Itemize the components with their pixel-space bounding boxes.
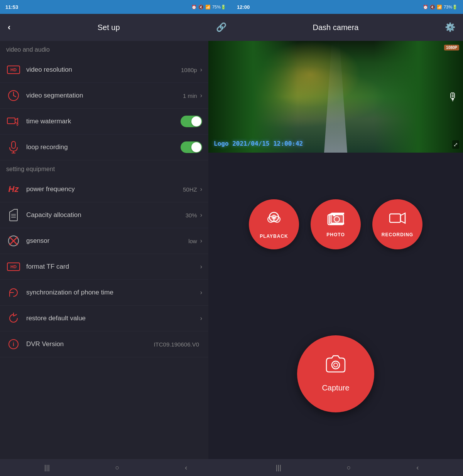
svg-line-4 — [14, 96, 16, 97]
gsensor-icon — [6, 234, 21, 248]
video-resolution-value: 1080p — [181, 67, 197, 73]
settings-list: video and audio HD video resolution 1080… — [0, 41, 208, 459]
clock-icon — [6, 88, 21, 103]
setting-video-segmentation[interactable]: video segmentation 1 min › — [0, 83, 208, 109]
camera-wave-icon — [6, 114, 21, 129]
battery-left: 75%🔋 — [212, 5, 226, 10]
camera-title: Dash camera — [313, 23, 359, 32]
setting-loop-recording[interactable]: loop recording — [0, 135, 208, 160]
recording-icon — [389, 212, 406, 229]
svg-marker-32 — [400, 213, 405, 223]
setting-time-watermark[interactable]: time watermark — [0, 109, 208, 135]
hd-icon: HD — [6, 62, 21, 77]
right-bottom-bar: ||| ○ ‹ — [231, 459, 463, 476]
svg-marker-6 — [15, 118, 18, 124]
video-segmentation-value: 1 min — [183, 93, 197, 99]
loop-recording-toggle[interactable] — [181, 141, 202, 153]
home-button[interactable]: ○ — [110, 461, 125, 474]
photo-icon — [327, 212, 344, 229]
expand-icon[interactable]: ⤢ — [452, 140, 459, 149]
right-status-bar: 12:00 ⏰ 🔇 📶 73%🔋 — [231, 0, 463, 14]
right-panel: 🔗 Dash camera ⚙️ 1080P Logo 2021/04/15 1… — [208, 14, 463, 459]
capture-icon — [324, 355, 347, 379]
wifi-icon-r: 📶 — [437, 5, 442, 10]
playback-icon — [265, 210, 282, 230]
left-status-bar: 11:53 ⏰ 🔇 📶 75%🔋 — [0, 0, 231, 14]
resolution-badge: 1080P — [444, 45, 459, 50]
time-watermark-toggle[interactable] — [181, 116, 202, 127]
wifi-icon: 📶 — [205, 5, 211, 10]
camera-controls: PLAYBACK PHOTO — [208, 153, 463, 459]
restore-icon — [6, 311, 21, 326]
chevron-icon-4: › — [200, 212, 202, 219]
info-icon: i — [6, 337, 21, 352]
setting-dvr-version: i DVR Version ITC09.190606.V0 — [0, 331, 208, 357]
chevron-icon-7: › — [200, 289, 202, 296]
power-frequency-value: 50HZ — [183, 186, 197, 193]
setup-title: Set up — [17, 23, 201, 32]
left-bottom-bar: ||| ○ ‹ — [0, 459, 231, 476]
chevron-icon-2: › — [200, 92, 202, 99]
left-panel-header: ‹ Set up — [0, 14, 208, 41]
alarm-icon-r: ⏰ — [423, 5, 428, 10]
time-watermark-label: time watermark — [26, 118, 181, 125]
hd-format-icon: HD — [6, 259, 21, 274]
capture-button[interactable]: Capture — [297, 335, 374, 412]
setting-capacity-allocation[interactable]: Capacity allocation 30% › — [0, 202, 208, 228]
svg-point-33 — [332, 361, 340, 369]
recent-apps-button-r[interactable]: ||| — [270, 461, 287, 474]
restore-default-label: restore default value — [26, 315, 200, 322]
chevron-icon-8: › — [200, 315, 202, 322]
sync-time-label: synchronization of phone time — [26, 289, 200, 296]
playback-label: PLAYBACK — [260, 234, 288, 239]
dvr-version-value: ITC09.190606.V0 — [154, 341, 199, 348]
dvr-version-label: DVR Version — [26, 340, 154, 348]
svg-text:HD: HD — [10, 67, 17, 72]
photo-button[interactable]: PHOTO — [311, 199, 361, 249]
chevron-icon: › — [200, 66, 202, 73]
bottom-bars: ||| ○ ‹ ||| ○ ‹ — [0, 459, 463, 476]
gsensor-value: low — [188, 238, 197, 244]
playback-button[interactable]: PLAYBACK — [249, 199, 299, 249]
chevron-icon-6: › — [200, 263, 202, 270]
video-segmentation-label: video segmentation — [26, 92, 183, 99]
setting-sync-time[interactable]: synchronization of phone time › — [0, 280, 208, 306]
left-status-icons: ⏰ 🔇 📶 75%🔋 — [191, 5, 226, 10]
mute-icon: 🔇 — [198, 5, 204, 10]
loop-recording-label: loop recording — [26, 143, 181, 151]
mic-overlay-icon: 🎙 — [448, 91, 458, 103]
status-bars: 11:53 ⏰ 🔇 📶 75%🔋 12:00 ⏰ 🔇 📶 73%🔋 — [0, 0, 463, 14]
setting-gsensor[interactable]: gsensor low › — [0, 228, 208, 254]
left-panel: ‹ Set up video and audio HD video resolu… — [0, 14, 208, 459]
setting-power-frequency[interactable]: Hz power frequency 50HZ › — [0, 177, 208, 202]
recent-apps-button[interactable]: ||| — [39, 461, 55, 474]
capacity-allocation-value: 30% — [186, 212, 197, 219]
chevron-icon-3: › — [200, 186, 202, 193]
svg-rect-30 — [333, 215, 335, 216]
home-button-r[interactable]: ○ — [341, 461, 357, 474]
back-nav-button-r[interactable]: ‹ — [411, 461, 424, 474]
section-video-audio: video and audio — [0, 41, 208, 57]
setting-restore-default[interactable]: restore default value › — [0, 306, 208, 331]
link-icon[interactable]: 🔗 — [216, 22, 226, 32]
svg-point-34 — [334, 363, 338, 367]
back-button[interactable]: ‹ — [8, 22, 10, 32]
main-content: ‹ Set up video and audio HD video resolu… — [0, 14, 463, 459]
sd-card-icon — [6, 208, 21, 222]
recording-label: RECORDING — [382, 232, 413, 237]
camera-header: 🔗 Dash camera ⚙️ — [208, 14, 463, 41]
trees-left — [208, 41, 297, 153]
back-nav-button[interactable]: ‹ — [179, 461, 193, 474]
video-resolution-label: video resolution — [26, 66, 181, 74]
settings-icon[interactable]: ⚙️ — [445, 22, 455, 32]
left-time: 11:53 — [5, 4, 18, 10]
svg-text:HD: HD — [10, 264, 17, 269]
recording-button[interactable]: RECORDING — [372, 199, 422, 249]
format-tf-label: format TF card — [26, 263, 200, 271]
gsensor-label: gsensor — [26, 237, 188, 245]
camera-view: 1080P Logo 2021/04/15 12:00:42 ⤢ 🎙 — [208, 41, 463, 153]
capacity-allocation-label: Capacity allocation — [26, 211, 186, 219]
setting-format-tf[interactable]: HD format TF card › — [0, 254, 208, 280]
svg-rect-7 — [12, 141, 15, 148]
setting-video-resolution[interactable]: HD video resolution 1080p › — [0, 57, 208, 83]
